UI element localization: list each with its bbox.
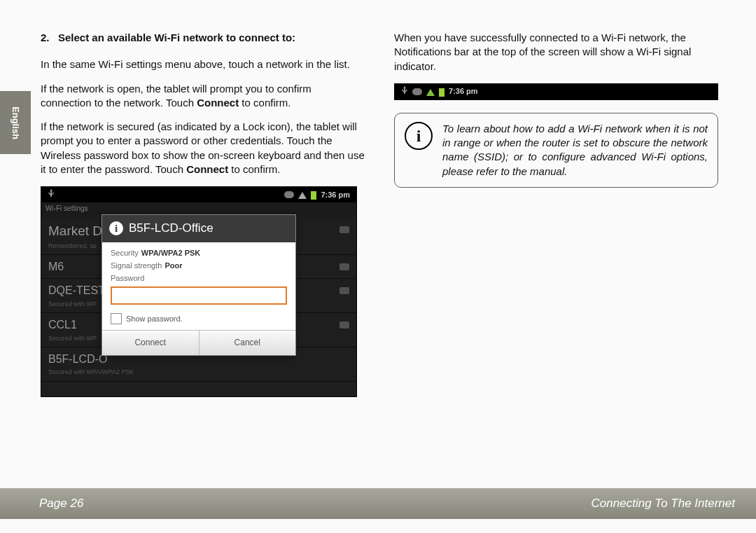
page-number: Page 26: [39, 497, 83, 511]
connect-dialog: i B5F-LCD-Office SecurityWPA/WPA2 PSK Si…: [102, 214, 296, 356]
left-column: 2. Select an available Wi-Fi network to …: [41, 31, 365, 397]
p3-connect: Connect: [186, 163, 228, 175]
info-text: To learn about how to add a Wi-Fi networ…: [442, 122, 708, 179]
p2-connect: Connect: [197, 97, 239, 109]
lock-icon: [340, 226, 349, 233]
info-icon: i: [405, 122, 433, 150]
info-icon: i: [109, 221, 123, 235]
usb-icon: [401, 86, 408, 97]
p3-c: to confirm.: [228, 163, 280, 175]
show-password-label: Show password.: [126, 314, 183, 324]
right-paragraph-1: When you have successfully connected to …: [394, 31, 718, 74]
usb-icon: [48, 189, 55, 200]
cloud-icon: [412, 88, 422, 95]
status-bar: 7:36 pm: [41, 187, 356, 202]
dialog-title: B5F-LCD-Office: [129, 221, 214, 237]
security-value: WPA/WPA2 PSK: [141, 249, 201, 257]
left-paragraph-2: If the network is open, the tablet will …: [41, 82, 365, 111]
dialog-title-bar: i B5F-LCD-Office: [102, 215, 295, 242]
status-time: 7:36 pm: [449, 86, 478, 97]
lock-icon: [340, 263, 349, 270]
battery-icon: [311, 191, 316, 200]
section-title: Connecting To The Internet: [592, 497, 735, 511]
wifi-icon: [298, 192, 307, 199]
info-callout: i To learn about how to add a Wi-Fi netw…: [394, 113, 718, 188]
left-paragraph-1: In the same Wi-Fi settings menu above, t…: [41, 57, 365, 71]
cancel-button[interactable]: Cancel: [200, 331, 296, 354]
show-password-row[interactable]: Show password.: [111, 313, 287, 324]
password-input[interactable]: [111, 286, 287, 305]
signal-value: Poor: [164, 261, 182, 270]
wifi-dialog-screenshot: 7:36 pm Wi-Fi settings Market DepRemembe…: [41, 186, 357, 397]
page-footer: Page 26 Connecting To The Internet: [0, 488, 756, 519]
signal-label: Signal strength: [111, 261, 162, 270]
wifi-network-list: Market DepRemembered, se M6 DQE-TESTSecu…: [41, 218, 356, 396]
step-heading: 2. Select an available Wi-Fi network to …: [41, 31, 365, 45]
p2-c: to confirm.: [239, 97, 290, 109]
right-column: When you have successfully connected to …: [394, 31, 718, 397]
language-tab-label: English: [10, 106, 21, 139]
lock-icon: [340, 287, 349, 294]
wifi-connected-icon: [426, 89, 435, 96]
status-bar-connected: 7:36 pm: [394, 83, 718, 100]
show-password-checkbox[interactable]: [111, 313, 122, 324]
cloud-icon: [284, 191, 294, 198]
left-paragraph-3: If the network is secured (as indicated …: [41, 120, 365, 176]
network-sub: Secured with WPA/WPA2 PSK: [48, 368, 349, 376]
password-label: Password: [111, 274, 144, 282]
battery-icon: [439, 88, 444, 97]
lock-icon: [340, 321, 349, 328]
connect-button[interactable]: Connect: [102, 331, 200, 354]
security-label: Security: [111, 249, 139, 257]
status-time: 7:36 pm: [321, 190, 350, 200]
language-tab: English: [0, 91, 31, 154]
